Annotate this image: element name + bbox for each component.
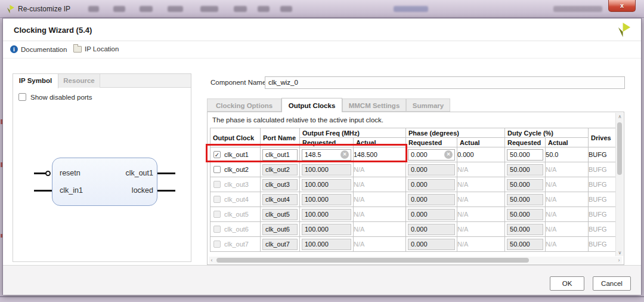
duty-requested-input-value: 50.000 [510, 166, 530, 173]
port-name-input: clk_out3 [262, 179, 298, 190]
duty-requested-input[interactable]: 50.000 [507, 149, 543, 161]
horizontal-scrollbar[interactable]: ‹ › [209, 257, 622, 264]
show-disabled-ports-checkbox[interactable] [18, 93, 26, 101]
cell-duty-actual: N/A [546, 222, 589, 237]
duty-requested-input: 50.000 [507, 164, 543, 175]
phase-requested-input: 0.000 [408, 164, 455, 175]
tab-resource[interactable]: Resource [58, 74, 100, 88]
row-checkbox[interactable] [213, 166, 221, 173]
phase-note: The phase is calculated relative to the … [212, 116, 383, 124]
cell-phase-actual: 0.000 [457, 147, 505, 162]
cell-duty-actual: 50.0 [546, 147, 589, 162]
output-clock-cell: clk_out5 [210, 211, 260, 218]
tab-ip-symbol[interactable]: IP Symbol [13, 74, 58, 88]
tab-clocking-options[interactable]: Clocking Options [207, 98, 281, 112]
cell-duty-requested: 50.000 [505, 162, 546, 177]
port-name-input: clk_out5 [262, 209, 298, 220]
vertical-scrollbar-thumb[interactable] [617, 122, 622, 175]
close-button[interactable]: x [608, 0, 636, 12]
port-name-input-value: clk_out6 [265, 226, 290, 233]
documentation-button[interactable]: i Documentation [10, 45, 67, 53]
cell-phase-requested: 0.000 [406, 162, 457, 177]
output-clock-label: clk_out6 [224, 226, 249, 233]
table-row: clk_out2clk_out2100.000N/A0.000N/A50.000… [210, 162, 621, 177]
background-menu-smudge [200, 6, 218, 12]
port-name-input: clk_out2 [262, 164, 298, 175]
component-name-input[interactable]: clk_wiz_0 [265, 76, 625, 89]
cell-freq-requested: 148.5✕ [300, 147, 354, 162]
vertical-scrollbar[interactable]: ∧ ∨ [615, 113, 623, 256]
duty-requested-input-value: 50.000 [510, 196, 530, 203]
ok-button[interactable]: OK [550, 276, 584, 291]
port-name-input-value: clk_out1 [265, 151, 290, 158]
freq-requested-input[interactable]: 148.5✕ [302, 149, 351, 161]
duty-requested-input-value: 50.000 [510, 151, 530, 158]
freq-requested-input: 100.000 [302, 239, 351, 250]
output-clock-label: clk_out4 [224, 196, 249, 203]
freq-requested-input-value: 100.000 [305, 241, 329, 248]
cell-duty-actual: N/A [546, 192, 589, 207]
col-port-name: Port Name [261, 128, 300, 147]
scroll-down-icon[interactable]: ∨ [616, 250, 624, 255]
scroll-right-icon[interactable]: › [616, 257, 622, 264]
port-name-input[interactable]: clk_out1 [262, 149, 298, 161]
port-label-clk-out1: clk_out1 [122, 169, 153, 177]
row-checkbox[interactable]: ✓ [213, 151, 221, 158]
col-output-clock: Output Clock [210, 128, 261, 147]
tab-output-clocks[interactable]: Output Clocks [281, 98, 342, 112]
cell-port-name: clk_out6 [261, 222, 300, 237]
background-window-edge [0, 296, 644, 297]
cell-phase-actual: N/A [457, 192, 505, 207]
ip-location-button[interactable]: IP Location [73, 45, 119, 53]
background-status-smudge [553, 6, 602, 12]
col-phase-requested: Requested [406, 138, 457, 147]
background-menu-smudge [113, 6, 125, 12]
freq-requested-input-value: 148.5 [305, 151, 321, 158]
duty-requested-input: 50.000 [507, 239, 543, 250]
table-row: ✓clk_out1clk_out1148.5✕148.5000.000✕0.00… [210, 147, 621, 162]
cell-duty-requested: 50.000 [505, 222, 546, 237]
cell-output-clock: clk_out2 [210, 162, 261, 177]
cell-duty-actual: N/A [546, 207, 589, 222]
background-menu-smudge [168, 6, 183, 12]
duty-requested-input-value: 50.000 [510, 226, 530, 233]
col-duty-cycle: Duty Cycle (%) [505, 128, 589, 138]
cell-output-clock: clk_out4 [210, 192, 261, 207]
table-row: clk_out7clk_out7100.000N/A0.000N/A50.000… [210, 237, 621, 252]
window-title: Re-customize IP [18, 5, 70, 13]
cell-phase-requested: 0.000 [406, 192, 457, 207]
clear-icon[interactable]: ✕ [444, 150, 453, 159]
ip-symbol-panel: IP Symbol Resource Show disabled ports r… [13, 73, 191, 262]
freq-requested-input-value: 100.000 [305, 196, 329, 203]
cell-port-name: clk_out3 [261, 177, 300, 192]
phase-requested-input: 0.000 [408, 224, 455, 235]
duty-requested-input: 50.000 [507, 194, 543, 205]
col-phase: Phase (degrees) [406, 128, 505, 138]
scroll-up-icon[interactable]: ∧ [616, 114, 624, 119]
cancel-button[interactable]: Cancel [593, 276, 631, 291]
background-menu-smudge [234, 6, 247, 12]
dialog-header: Clocking Wizard (5.4) [3, 19, 641, 41]
phase-requested-input[interactable]: 0.000✕ [408, 149, 455, 161]
cell-duty-actual: N/A [546, 162, 589, 177]
cell-freq-actual: N/A [354, 192, 406, 207]
tab-mmcm-settings[interactable]: MMCM Settings [342, 98, 406, 112]
phase-requested-input-value: 0.000 [411, 241, 428, 248]
horizontal-scrollbar-thumb[interactable] [216, 258, 529, 263]
tab-summary[interactable]: Summary [406, 98, 450, 112]
port-label-resetn: resetn [60, 169, 80, 177]
col-duty-actual: Actual [546, 138, 589, 147]
cell-output-clock: ✓clk_out1 [210, 147, 261, 162]
background-menu-smudge [258, 6, 270, 12]
phase-requested-input: 0.000 [408, 209, 455, 220]
cell-phase-requested: 0.000✕ [406, 147, 457, 162]
output-clock-cell: ✓clk_out1 [210, 151, 260, 158]
output-clock-cell: clk_out4 [210, 196, 260, 203]
output-clock-label: clk_out7 [224, 241, 249, 248]
port-name-input-value: clk_out2 [265, 166, 290, 173]
clear-icon[interactable]: ✕ [340, 150, 349, 159]
cell-freq-actual: N/A [354, 177, 406, 192]
phase-requested-input-value: 0.000 [411, 211, 428, 218]
cell-freq-requested: 100.000 [300, 177, 354, 192]
scroll-left-icon[interactable]: ‹ [209, 257, 215, 264]
